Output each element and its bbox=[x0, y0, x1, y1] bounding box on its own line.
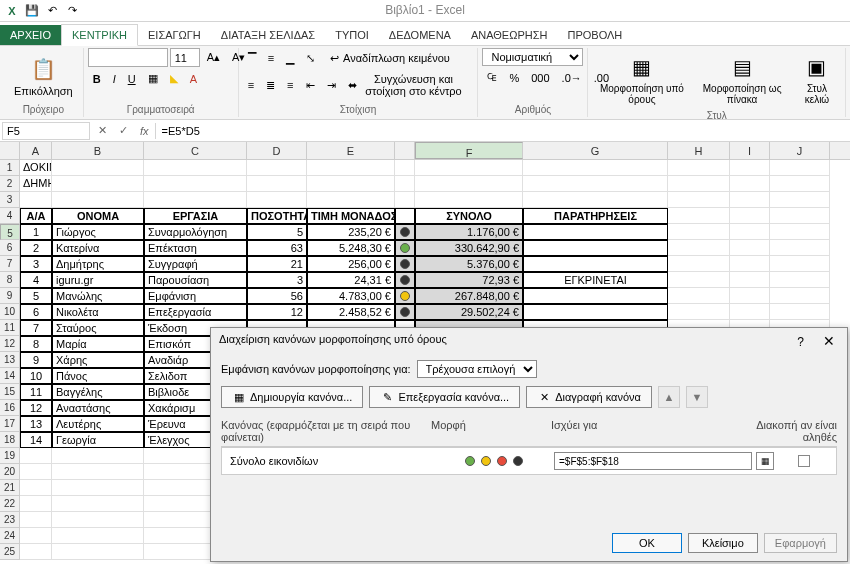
tab-layout[interactable]: ΔΙΑΤΑΞΗ ΣΕΛΙΔΑΣ bbox=[211, 25, 325, 45]
row-header[interactable]: 21 bbox=[0, 480, 20, 496]
tab-view[interactable]: ΠΡΟΒΟΛΗ bbox=[557, 25, 632, 45]
range-picker-icon[interactable]: ▦ bbox=[756, 452, 774, 470]
cell[interactable] bbox=[523, 304, 668, 320]
font-size-select[interactable] bbox=[170, 48, 200, 67]
cell[interactable]: 12 bbox=[247, 304, 307, 320]
row-header[interactable]: 13 bbox=[0, 352, 20, 368]
cell[interactable]: Γιώργος bbox=[52, 224, 144, 240]
cell[interactable]: Μαρία bbox=[52, 336, 144, 352]
cell[interactable]: iguru.gr bbox=[52, 272, 144, 288]
cell[interactable] bbox=[144, 192, 247, 208]
cell[interactable]: Πάνος bbox=[52, 368, 144, 384]
cell[interactable]: 2 bbox=[20, 240, 52, 256]
wrap-text-button[interactable]: ↩Αναδίπλωση κειμένου bbox=[322, 48, 455, 68]
align-center-button[interactable]: ≣ bbox=[261, 76, 280, 95]
cell[interactable] bbox=[668, 256, 730, 272]
cell[interactable] bbox=[52, 160, 144, 176]
col-header-A[interactable]: A bbox=[20, 142, 52, 159]
italic-button[interactable]: I bbox=[108, 69, 121, 88]
cell[interactable] bbox=[523, 176, 668, 192]
cell[interactable]: Επεξεργασία bbox=[144, 304, 247, 320]
font-color-button[interactable]: A bbox=[185, 69, 202, 88]
row-header[interactable]: 18 bbox=[0, 432, 20, 448]
underline-button[interactable]: U bbox=[123, 69, 141, 88]
align-bottom-button[interactable]: ▁ bbox=[281, 49, 299, 68]
cell[interactable] bbox=[770, 208, 830, 224]
cell[interactable]: 2.458,52 € bbox=[307, 304, 395, 320]
align-middle-button[interactable]: ≡ bbox=[263, 49, 279, 67]
conditional-formatting-button[interactable]: ▦Μορφοποίηση υπό όρους bbox=[592, 48, 691, 108]
cell[interactable]: ΠΑΡΑΤΗΡΗΣΕΙΣ bbox=[523, 208, 668, 224]
cancel-formula-icon[interactable]: ✕ bbox=[92, 124, 113, 137]
cell[interactable]: 29.502,24 € bbox=[415, 304, 523, 320]
row-header[interactable]: 5 bbox=[0, 224, 20, 240]
col-header-icon[interactable] bbox=[395, 142, 415, 159]
row-header[interactable]: 19 bbox=[0, 448, 20, 464]
row-header[interactable]: 3 bbox=[0, 192, 20, 208]
cell[interactable] bbox=[770, 272, 830, 288]
cell[interactable]: 12 bbox=[20, 400, 52, 416]
tab-formulas[interactable]: ΤΥΠΟΙ bbox=[325, 25, 379, 45]
fill-color-button[interactable]: ◣ bbox=[165, 69, 183, 88]
cell[interactable]: ΕΡΓΑΣΙΑ bbox=[144, 208, 247, 224]
cell[interactable] bbox=[52, 448, 144, 464]
cell[interactable]: 8 bbox=[20, 336, 52, 352]
cell[interactable] bbox=[144, 176, 247, 192]
cell[interactable] bbox=[52, 480, 144, 496]
cell[interactable] bbox=[52, 496, 144, 512]
cell[interactable]: Μανώλης bbox=[52, 288, 144, 304]
cell[interactable] bbox=[395, 224, 415, 240]
move-rule-down-button[interactable]: ▼ bbox=[686, 386, 708, 408]
cell[interactable] bbox=[20, 496, 52, 512]
show-rules-for-select[interactable]: Τρέχουσα επιλογή bbox=[417, 360, 537, 378]
cell[interactable]: Χάρης bbox=[52, 352, 144, 368]
tab-file[interactable]: ΑΡΧΕΙΟ bbox=[0, 25, 61, 45]
edit-rule-button[interactable]: ✎Επεξεργασία κανόνα... bbox=[369, 386, 520, 408]
move-rule-up-button[interactable]: ▲ bbox=[658, 386, 680, 408]
cell[interactable] bbox=[770, 192, 830, 208]
cell[interactable] bbox=[668, 192, 730, 208]
cell[interactable]: ΟΝΟΜΑ bbox=[52, 208, 144, 224]
name-box[interactable] bbox=[2, 122, 90, 140]
fx-icon[interactable]: fx bbox=[134, 125, 155, 137]
cell[interactable]: Βαγγέλης bbox=[52, 384, 144, 400]
cell[interactable]: 5 bbox=[247, 224, 307, 240]
cell[interactable]: 10 bbox=[20, 368, 52, 384]
cell[interactable]: 11 bbox=[20, 384, 52, 400]
cell[interactable] bbox=[730, 240, 770, 256]
cell[interactable] bbox=[247, 192, 307, 208]
paste-button[interactable]: 📋 Επικόλληση bbox=[8, 48, 79, 102]
cell[interactable] bbox=[307, 192, 395, 208]
cell[interactable] bbox=[770, 288, 830, 304]
cell[interactable] bbox=[668, 208, 730, 224]
percent-button[interactable]: % bbox=[504, 68, 524, 87]
cell[interactable] bbox=[20, 448, 52, 464]
col-header-B[interactable]: B bbox=[52, 142, 144, 159]
cell[interactable]: 3 bbox=[247, 272, 307, 288]
cell-styles-button[interactable]: ▣Στυλ κελιώ bbox=[793, 48, 841, 108]
cell[interactable]: 6 bbox=[20, 304, 52, 320]
row-header[interactable]: 10 bbox=[0, 304, 20, 320]
cell[interactable] bbox=[415, 192, 523, 208]
tab-review[interactable]: ΑΝΑΘΕΩΡΗΣΗ bbox=[461, 25, 558, 45]
orientation-button[interactable]: ⤡ bbox=[301, 49, 320, 68]
apply-button[interactable]: Εφαρμογή bbox=[764, 533, 837, 553]
cell[interactable]: 4 bbox=[20, 272, 52, 288]
cell[interactable] bbox=[415, 176, 523, 192]
col-header-C[interactable]: C bbox=[144, 142, 247, 159]
cell[interactable]: Συγγραφή bbox=[144, 256, 247, 272]
row-header[interactable]: 9 bbox=[0, 288, 20, 304]
row-header[interactable]: 11 bbox=[0, 320, 20, 336]
col-header-D[interactable]: D bbox=[247, 142, 307, 159]
cell[interactable] bbox=[730, 192, 770, 208]
col-header-F[interactable]: F bbox=[415, 142, 523, 159]
cell[interactable] bbox=[52, 544, 144, 560]
cell[interactable] bbox=[20, 544, 52, 560]
cell[interactable] bbox=[395, 304, 415, 320]
cell[interactable]: 24,31 € bbox=[307, 272, 395, 288]
cell[interactable] bbox=[415, 160, 523, 176]
cell[interactable]: ΤΙΜΗ ΜΟΝΑΔΟΣ bbox=[307, 208, 395, 224]
cell[interactable]: ΠΟΣΟΤΗΤΑ bbox=[247, 208, 307, 224]
align-left-button[interactable]: ≡ bbox=[243, 76, 259, 94]
cell[interactable] bbox=[730, 160, 770, 176]
